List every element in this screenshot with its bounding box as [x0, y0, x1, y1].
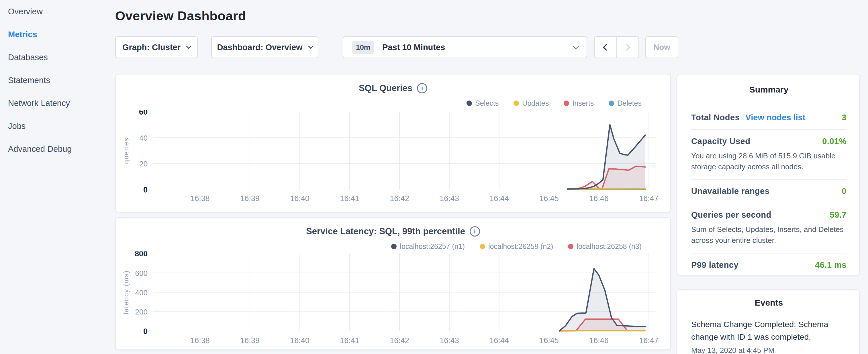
- sidebar-item-metrics[interactable]: Metrics: [0, 23, 115, 46]
- summary-row-value: 0.01%: [822, 137, 846, 146]
- svg-text:40: 40: [139, 134, 148, 142]
- divider: [333, 36, 333, 58]
- svg-text:16:42: 16:42: [390, 194, 409, 203]
- summary-row-queries-per-second: Queries per second 59.7 Sum of Selects, …: [691, 203, 846, 253]
- svg-text:16:47: 16:47: [639, 336, 658, 345]
- summary-row-capacity-used: Capacity Used 0.01% You are using 28.6 M…: [691, 129, 846, 179]
- summary-row-caption: Sum of Selects, Updates, Inserts, and De…: [691, 224, 846, 246]
- chart-header: SQL Queries i: [116, 83, 670, 93]
- svg-text:16:40: 16:40: [290, 336, 309, 345]
- svg-text:16:41: 16:41: [340, 336, 359, 345]
- chevron-right-icon: [623, 44, 630, 51]
- svg-text:16:39: 16:39: [240, 336, 260, 345]
- svg-text:16:44: 16:44: [490, 194, 509, 203]
- event-text: Schema Change Completed: Schema change w…: [691, 318, 846, 343]
- time-forward-button[interactable]: [617, 37, 639, 58]
- summary-title: Summary: [691, 85, 846, 95]
- chevron-left-icon: [603, 44, 610, 51]
- time-range-badge: 10m: [352, 41, 374, 54]
- svg-text:16:47: 16:47: [639, 194, 658, 203]
- summary-row-label: Unavailable ranges: [691, 187, 769, 196]
- summary-rows: Total Nodes View nodes list 3 Capacity U…: [691, 106, 846, 277]
- summary-panel: Summary Total Nodes View nodes list 3 Ca…: [677, 74, 860, 276]
- legend-dot: [514, 100, 519, 106]
- chart-title: Service Latency: SQL, 99th percentile: [306, 226, 465, 236]
- legend-label: localhost:26258 (n3): [577, 242, 642, 251]
- svg-text:600: 600: [135, 269, 148, 278]
- sidebar-item-statements[interactable]: Statements: [0, 69, 115, 92]
- summary-row-label: Total Nodes: [691, 113, 740, 122]
- info-icon[interactable]: i: [470, 226, 480, 236]
- dashboard-dropdown[interactable]: Dashboard: Overview: [211, 36, 318, 58]
- legend-label: Updates: [522, 99, 549, 107]
- svg-text:latency (ms): latency (ms): [122, 270, 130, 315]
- svg-text:16:44: 16:44: [490, 336, 509, 345]
- controls-bar: Graph: Cluster Dashboard: Overview 10m P…: [115, 36, 678, 58]
- service-latency-chart-card: Service Latency: SQL, 99th percentile i …: [115, 217, 671, 350]
- legend-item: Selects: [467, 99, 499, 107]
- summary-row-label: Queries per second: [691, 210, 771, 220]
- chevron-down-icon: [186, 43, 191, 49]
- svg-text:16:38: 16:38: [190, 336, 210, 345]
- info-icon[interactable]: i: [417, 83, 427, 93]
- right-column: Summary Total Nodes View nodes list 3 Ca…: [677, 74, 860, 354]
- legend-dot: [609, 100, 614, 106]
- svg-text:16:40: 16:40: [290, 194, 309, 203]
- chart-legend: SelectsUpdatesInsertsDeletes: [467, 99, 642, 107]
- legend-item: localhost:26257 (n1): [391, 242, 465, 251]
- sql-queries-chart: 16:3816:3916:4016:4116:4216:4316:4416:45…: [116, 110, 671, 212]
- legend-label: Selects: [475, 99, 499, 107]
- svg-text:16:41: 16:41: [340, 194, 359, 203]
- time-range-dropdown[interactable]: 10m Past 10 Minutes: [343, 36, 587, 58]
- legend-dot: [564, 100, 569, 106]
- legend-item: Deletes: [609, 99, 642, 107]
- chevron-down-icon: [308, 43, 313, 49]
- sidebar-item-jobs[interactable]: Jobs: [0, 115, 115, 137]
- svg-text:60: 60: [139, 110, 148, 116]
- chart-legend: localhost:26257 (n1)localhost:26259 (n2)…: [391, 242, 642, 251]
- svg-text:400: 400: [135, 288, 148, 297]
- summary-row-value: 46.1 ms: [815, 260, 846, 270]
- now-button[interactable]: Now: [645, 36, 678, 58]
- chart-header: Service Latency: SQL, 99th percentile i: [116, 226, 670, 236]
- svg-text:16:46: 16:46: [589, 336, 609, 345]
- graph-dropdown-label: Graph: Cluster: [122, 43, 181, 52]
- time-back-button[interactable]: [595, 37, 617, 58]
- svg-text:0: 0: [143, 327, 148, 336]
- legend-item: Updates: [514, 99, 549, 107]
- sidebar-item-advanced-debug[interactable]: Advanced Debug: [0, 137, 115, 160]
- sidebar-item-network-latency[interactable]: Network Latency: [0, 92, 115, 115]
- time-pager: [594, 36, 639, 58]
- summary-row-caption: You are using 28.6 MiB of 515.9 GiB usab…: [691, 151, 846, 172]
- svg-text:16:46: 16:46: [589, 194, 609, 203]
- view-nodes-list-link[interactable]: View nodes list: [745, 113, 805, 122]
- events-panel: Events Schema Change Completed: Schema c…: [677, 289, 860, 354]
- svg-text:16:45: 16:45: [539, 194, 559, 203]
- charts-column: SQL Queries i SelectsUpdatesInsertsDelet…: [115, 74, 671, 350]
- event-item[interactable]: Schema Change Completed: Schema change w…: [691, 318, 846, 354]
- events-title: Events: [691, 298, 846, 308]
- svg-text:200: 200: [135, 308, 148, 316]
- svg-text:0: 0: [143, 186, 148, 194]
- graph-dropdown[interactable]: Graph: Cluster: [115, 36, 198, 58]
- summary-row-p99-latency: P99 latency 46.1 ms: [691, 253, 846, 277]
- service-latency-chart: 16:3816:3916:4016:4116:4216:4316:4416:45…: [116, 252, 671, 350]
- svg-text:16:43: 16:43: [440, 336, 459, 345]
- summary-row-value: 0: [842, 187, 846, 196]
- legend-item: localhost:26258 (n3): [568, 242, 642, 251]
- sidebar-item-databases[interactable]: Databases: [0, 46, 115, 69]
- sql-queries-chart-card: SQL Queries i SelectsUpdatesInsertsDelet…: [115, 74, 671, 213]
- time-range-label: Past 10 Minutes: [382, 43, 445, 52]
- legend-dot: [391, 244, 397, 249]
- summary-row-value: 59.7: [830, 210, 846, 220]
- summary-row-label: P99 latency: [691, 260, 739, 270]
- summary-row-unavailable-ranges: Unavailable ranges 0: [691, 179, 846, 203]
- page-title: Overview Dashboard: [115, 9, 246, 24]
- sidebar: OverviewMetricsDatabasesStatementsNetwor…: [0, 0, 115, 354]
- svg-text:16:45: 16:45: [539, 336, 559, 345]
- sidebar-item-overview[interactable]: Overview: [0, 0, 115, 23]
- svg-text:16:42: 16:42: [390, 336, 409, 345]
- legend-item: localhost:26259 (n2): [480, 242, 553, 251]
- legend-label: Deletes: [617, 99, 642, 107]
- svg-text:16:38: 16:38: [190, 194, 210, 203]
